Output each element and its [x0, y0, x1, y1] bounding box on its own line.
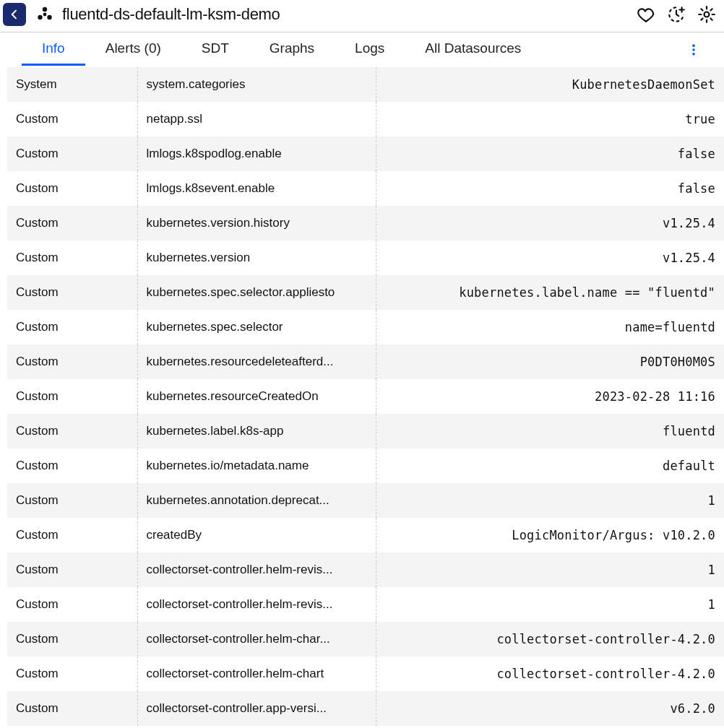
table-row[interactable]: Customkubernetes.resourcedeleteafterd...…: [7, 344, 724, 379]
property-key: collectorset-controller.app-versi...: [137, 691, 376, 726]
tab-graphs[interactable]: Graphs: [249, 33, 335, 66]
table-row[interactable]: Customcollectorset-controller.helm-chart…: [7, 656, 724, 691]
resource-type-icon: [35, 4, 55, 25]
property-type: Custom: [7, 240, 137, 275]
property-key: lmlogs.k8spodlog.enable: [137, 136, 376, 171]
property-type: Custom: [7, 691, 137, 726]
table-row[interactable]: CustomcreatedByLogicMonitor/Argus: v10.2…: [7, 518, 724, 552]
table-row[interactable]: Customcollectorset-controller.helm-char.…: [7, 622, 724, 656]
property-value: kubernetes.label.name == "fluentd": [376, 275, 724, 310]
table-row[interactable]: Customcollectorset-controller.app-versi.…: [7, 691, 724, 726]
property-type: Custom: [7, 275, 137, 310]
table-row[interactable]: Customnetapp.ssltrue: [7, 102, 724, 136]
property-type: Custom: [7, 483, 137, 518]
property-type: Custom: [7, 552, 137, 587]
property-value: default: [376, 448, 724, 483]
property-key: lmlogs.k8sevent.enable: [137, 171, 376, 206]
property-key: kubernetes.label.k8s-app: [137, 414, 376, 448]
tabs-more-button[interactable]: [685, 41, 702, 58]
table-row[interactable]: Customkubernetes.label.k8s-appfluentd: [7, 414, 724, 448]
table-row[interactable]: Customkubernetes.spec.selectorname=fluen…: [7, 310, 724, 344]
property-key: netapp.ssl: [137, 102, 376, 136]
tabs-bar: InfoAlerts (0)SDTGraphsLogsAll Datasourc…: [7, 32, 724, 67]
property-key: kubernetes.spec.selector: [137, 310, 376, 344]
property-value: 1: [376, 483, 724, 518]
header-actions: [636, 4, 717, 25]
back-button[interactable]: [3, 3, 26, 26]
property-key: system.categories: [137, 67, 376, 102]
page-header: fluentd-ds-default-lm-ksm-demo: [0, 0, 724, 32]
property-type: Custom: [7, 622, 137, 656]
property-value: fluentd: [376, 414, 724, 448]
tab-all-datasources[interactable]: All Datasources: [405, 33, 541, 66]
property-value: v6.2.0: [376, 691, 724, 726]
property-type: Custom: [7, 206, 137, 240]
property-type: Custom: [7, 379, 137, 414]
property-key: kubernetes.resourcedeleteafterd...: [137, 344, 376, 379]
property-key: kubernetes.io/metadata.name: [137, 448, 376, 483]
heart-icon: [637, 5, 655, 24]
table-row[interactable]: Customkubernetes.io/metadata.namedefault: [7, 448, 724, 483]
table-row[interactable]: Customlmlogs.k8sevent.enablefalse: [7, 171, 724, 206]
property-type: Custom: [7, 656, 137, 691]
property-value: KubernetesDaemonSet: [376, 67, 724, 102]
properties-tbody: Systemsystem.categoriesKubernetesDaemonS…: [7, 67, 724, 726]
table-row[interactable]: Systemsystem.categoriesKubernetesDaemonS…: [7, 67, 724, 102]
property-value: false: [376, 136, 724, 171]
svg-point-0: [43, 7, 47, 12]
property-value: v1.25.4: [376, 240, 724, 275]
property-value: LogicMonitor/Argus: v10.2.0: [376, 518, 724, 552]
favorite-button[interactable]: [636, 4, 656, 25]
svg-point-2: [47, 15, 51, 20]
property-value: 2023-02-28 11:16: [376, 379, 724, 414]
svg-point-6: [692, 48, 695, 51]
property-key: kubernetes.resourceCreatedOn: [137, 379, 376, 414]
property-key: kubernetes.spec.selector.appliesto: [137, 275, 376, 310]
property-key: collectorset-controller.helm-chart: [137, 656, 376, 691]
property-key: kubernetes.version: [137, 240, 376, 275]
more-vertical-icon: [686, 43, 701, 57]
property-key: collectorset-controller.helm-revis...: [137, 552, 376, 587]
property-value: true: [376, 102, 724, 136]
property-type: Custom: [7, 414, 137, 448]
table-row[interactable]: Customkubernetes.spec.selector.appliesto…: [7, 275, 724, 310]
property-value: collectorset-controller-4.2.0: [376, 656, 724, 691]
property-key: collectorset-controller.helm-char...: [137, 622, 376, 656]
property-key: collectorset-controller.helm-revis...: [137, 587, 376, 622]
svg-point-4: [704, 12, 710, 17]
property-type: Custom: [7, 136, 137, 171]
tab-sdt[interactable]: SDT: [181, 33, 249, 66]
table-row[interactable]: Customcollectorset-controller.helm-revis…: [7, 552, 724, 587]
property-type: Custom: [7, 102, 137, 136]
table-row[interactable]: Customkubernetes.version.historyv1.25.4: [7, 206, 724, 240]
table-row[interactable]: Customlmlogs.k8spodlog.enablefalse: [7, 136, 724, 171]
property-value: 1: [376, 552, 724, 587]
property-value: name=fluentd: [376, 310, 724, 344]
table-row[interactable]: Customkubernetes.resourceCreatedOn2023-0…: [7, 379, 724, 414]
schedule-button[interactable]: [666, 4, 686, 25]
table-row[interactable]: Customkubernetes.versionv1.25.4: [7, 240, 724, 275]
property-key: kubernetes.annotation.deprecat...: [137, 483, 376, 518]
svg-point-3: [43, 13, 47, 17]
tab-alerts-0[interactable]: Alerts (0): [85, 33, 181, 66]
table-row[interactable]: Customkubernetes.annotation.deprecat...1: [7, 483, 724, 518]
table-row[interactable]: Customcollectorset-controller.helm-revis…: [7, 587, 724, 622]
property-value: collectorset-controller-4.2.0: [376, 622, 724, 656]
svg-point-5: [692, 44, 695, 47]
property-value: P0DT0H0M0S: [376, 344, 724, 379]
chevron-left-icon: [9, 9, 20, 20]
property-value: false: [376, 171, 724, 206]
tab-info[interactable]: Info: [22, 33, 85, 66]
property-type: Custom: [7, 344, 137, 379]
page-title: fluentd-ds-default-lm-ksm-demo: [62, 5, 636, 24]
settings-button[interactable]: [697, 4, 717, 25]
property-type: System: [7, 67, 137, 102]
tab-logs[interactable]: Logs: [335, 33, 405, 66]
property-type: Custom: [7, 448, 137, 483]
property-value: v1.25.4: [376, 206, 724, 240]
property-type: Custom: [7, 518, 137, 552]
svg-point-1: [38, 15, 42, 20]
svg-point-7: [692, 53, 695, 56]
property-value: 1: [376, 587, 724, 622]
property-type: Custom: [7, 310, 137, 344]
